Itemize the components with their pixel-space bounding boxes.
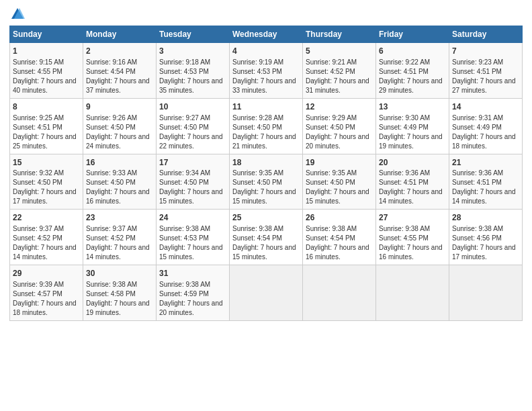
day-number: 12 bbox=[306, 101, 373, 113]
daylight-text: Daylight: 7 hours and 33 minutes. bbox=[232, 77, 296, 94]
sunrise-text: Sunrise: 9:37 AM bbox=[86, 225, 137, 232]
sunset-text: Sunset: 4:54 PM bbox=[306, 234, 355, 242]
calendar-cell: 3Sunrise: 9:18 AMSunset: 4:53 PMDaylight… bbox=[157, 43, 230, 99]
daylight-text: Daylight: 7 hours and 20 minutes. bbox=[159, 300, 223, 316]
calendar-cell: 17Sunrise: 9:34 AMSunset: 4:50 PMDayligh… bbox=[157, 154, 230, 210]
sunset-text: Sunset: 4:50 PM bbox=[306, 124, 355, 131]
day-number: 31 bbox=[159, 268, 226, 279]
day-number: 13 bbox=[379, 101, 446, 113]
sunset-text: Sunset: 4:59 PM bbox=[159, 290, 209, 298]
day-number: 25 bbox=[232, 212, 300, 224]
sunset-text: Sunset: 4:50 PM bbox=[232, 179, 282, 186]
daylight-text: Daylight: 7 hours and 14 minutes. bbox=[379, 188, 443, 205]
calendar-cell: 15Sunrise: 9:32 AMSunset: 4:50 PMDayligh… bbox=[10, 154, 83, 210]
col-tuesday: Tuesday bbox=[157, 26, 230, 43]
calendar-cell: 4Sunrise: 9:19 AMSunset: 4:53 PMDaylight… bbox=[230, 43, 303, 99]
daylight-text: Daylight: 7 hours and 35 minutes. bbox=[159, 77, 223, 94]
sunrise-text: Sunrise: 9:26 AM bbox=[86, 114, 137, 122]
daylight-text: Daylight: 7 hours and 18 minutes. bbox=[452, 133, 516, 150]
day-number: 7 bbox=[452, 46, 519, 57]
calendar-cell: 5Sunrise: 9:21 AMSunset: 4:52 PMDaylight… bbox=[303, 43, 376, 99]
daylight-text: Daylight: 7 hours and 16 minutes. bbox=[86, 188, 150, 205]
sunrise-text: Sunrise: 9:38 AM bbox=[379, 225, 430, 232]
sunrise-text: Sunrise: 9:31 AM bbox=[452, 114, 503, 122]
daylight-text: Daylight: 7 hours and 19 minutes. bbox=[86, 300, 150, 316]
daylight-text: Daylight: 7 hours and 14 minutes. bbox=[452, 188, 516, 205]
page-container: Sunday Monday Tuesday Wednesday Thursday… bbox=[0, 0, 532, 326]
daylight-text: Daylight: 7 hours and 15 minutes. bbox=[232, 188, 296, 205]
daylight-text: Daylight: 7 hours and 15 minutes. bbox=[306, 188, 369, 205]
col-wednesday: Wednesday bbox=[230, 26, 303, 43]
day-number: 4 bbox=[232, 46, 300, 57]
sunrise-text: Sunrise: 9:36 AM bbox=[379, 169, 430, 177]
sunrise-text: Sunrise: 9:34 AM bbox=[159, 169, 210, 177]
sunset-text: Sunset: 4:49 PM bbox=[379, 124, 429, 131]
calendar-week-row: 8Sunrise: 9:25 AMSunset: 4:51 PMDaylight… bbox=[10, 98, 523, 154]
daylight-text: Daylight: 7 hours and 25 minutes. bbox=[13, 133, 77, 150]
day-number: 24 bbox=[159, 212, 226, 224]
daylight-text: Daylight: 7 hours and 19 minutes. bbox=[379, 133, 443, 150]
daylight-text: Daylight: 7 hours and 31 minutes. bbox=[306, 77, 369, 94]
sunset-text: Sunset: 4:52 PM bbox=[86, 234, 136, 242]
calendar-week-row: 22Sunrise: 9:37 AMSunset: 4:52 PMDayligh… bbox=[10, 210, 523, 265]
calendar-cell: 31Sunrise: 9:38 AMSunset: 4:59 PMDayligh… bbox=[157, 265, 230, 321]
calendar-week-row: 15Sunrise: 9:32 AMSunset: 4:50 PMDayligh… bbox=[10, 154, 523, 210]
daylight-text: Daylight: 7 hours and 17 minutes. bbox=[13, 188, 77, 205]
day-number: 16 bbox=[86, 157, 153, 169]
calendar-cell: 19Sunrise: 9:35 AMSunset: 4:50 PMDayligh… bbox=[303, 154, 376, 210]
col-sunday: Sunday bbox=[10, 26, 83, 43]
calendar-cell: 20Sunrise: 9:36 AMSunset: 4:51 PMDayligh… bbox=[376, 154, 449, 210]
sunset-text: Sunset: 4:50 PM bbox=[232, 124, 282, 131]
day-number: 27 bbox=[379, 212, 446, 224]
calendar-week-row: 29Sunrise: 9:39 AMSunset: 4:57 PMDayligh… bbox=[10, 265, 523, 321]
sunset-text: Sunset: 4:55 PM bbox=[13, 68, 62, 75]
calendar-cell: 24Sunrise: 9:38 AMSunset: 4:53 PMDayligh… bbox=[157, 210, 230, 265]
daylight-text: Daylight: 7 hours and 20 minutes. bbox=[306, 133, 369, 150]
calendar-cell: 13Sunrise: 9:30 AMSunset: 4:49 PMDayligh… bbox=[376, 98, 449, 154]
calendar-cell: 21Sunrise: 9:36 AMSunset: 4:51 PMDayligh… bbox=[449, 154, 523, 210]
sunset-text: Sunset: 4:49 PM bbox=[452, 124, 502, 131]
day-number: 19 bbox=[306, 157, 373, 169]
sunset-text: Sunset: 4:50 PM bbox=[86, 179, 136, 186]
calendar-cell: 8Sunrise: 9:25 AMSunset: 4:51 PMDaylight… bbox=[10, 98, 83, 154]
daylight-text: Daylight: 7 hours and 16 minutes. bbox=[379, 244, 443, 261]
sunset-text: Sunset: 4:56 PM bbox=[452, 234, 502, 242]
day-number: 11 bbox=[232, 101, 300, 113]
calendar-cell: 30Sunrise: 9:38 AMSunset: 4:58 PMDayligh… bbox=[83, 265, 157, 321]
calendar-cell: 26Sunrise: 9:38 AMSunset: 4:54 PMDayligh… bbox=[303, 210, 376, 265]
day-number: 14 bbox=[452, 101, 519, 113]
sunset-text: Sunset: 4:50 PM bbox=[86, 124, 136, 131]
day-number: 21 bbox=[452, 157, 519, 169]
sunset-text: Sunset: 4:54 PM bbox=[86, 68, 136, 75]
sunrise-text: Sunrise: 9:19 AM bbox=[232, 58, 283, 66]
calendar-cell: 1Sunrise: 9:15 AMSunset: 4:55 PMDaylight… bbox=[10, 43, 83, 99]
sunrise-text: Sunrise: 9:38 AM bbox=[306, 225, 357, 232]
sunset-text: Sunset: 4:51 PM bbox=[452, 179, 502, 186]
sunset-text: Sunset: 4:55 PM bbox=[379, 234, 429, 242]
sunrise-text: Sunrise: 9:38 AM bbox=[159, 225, 210, 232]
calendar-cell: 11Sunrise: 9:28 AMSunset: 4:50 PMDayligh… bbox=[230, 98, 303, 154]
calendar-cell: 10Sunrise: 9:27 AMSunset: 4:50 PMDayligh… bbox=[157, 98, 230, 154]
calendar-cell: 2Sunrise: 9:16 AMSunset: 4:54 PMDaylight… bbox=[83, 43, 157, 99]
calendar-cell: 7Sunrise: 9:23 AMSunset: 4:51 PMDaylight… bbox=[449, 43, 523, 99]
sunrise-text: Sunrise: 9:38 AM bbox=[86, 281, 137, 288]
daylight-text: Daylight: 7 hours and 22 minutes. bbox=[159, 133, 223, 150]
sunset-text: Sunset: 4:53 PM bbox=[232, 68, 282, 75]
calendar-cell bbox=[449, 265, 523, 321]
daylight-text: Daylight: 7 hours and 14 minutes. bbox=[86, 244, 150, 261]
daylight-text: Daylight: 7 hours and 15 minutes. bbox=[159, 244, 223, 261]
day-number: 22 bbox=[13, 212, 80, 224]
day-number: 9 bbox=[86, 101, 153, 113]
sunrise-text: Sunrise: 9:21 AM bbox=[306, 58, 357, 66]
calendar-cell: 16Sunrise: 9:33 AMSunset: 4:50 PMDayligh… bbox=[83, 154, 157, 210]
calendar-cell: 14Sunrise: 9:31 AMSunset: 4:49 PMDayligh… bbox=[449, 98, 523, 154]
sunrise-text: Sunrise: 9:28 AM bbox=[232, 114, 283, 122]
sunrise-text: Sunrise: 9:38 AM bbox=[159, 281, 210, 288]
sunset-text: Sunset: 4:58 PM bbox=[86, 290, 136, 298]
day-number: 29 bbox=[13, 268, 80, 279]
sunset-text: Sunset: 4:50 PM bbox=[159, 179, 209, 186]
logo-icon bbox=[10, 7, 25, 21]
sunset-text: Sunset: 4:50 PM bbox=[13, 179, 62, 186]
sunrise-text: Sunrise: 9:39 AM bbox=[13, 281, 64, 288]
daylight-text: Daylight: 7 hours and 40 minutes. bbox=[13, 77, 77, 94]
